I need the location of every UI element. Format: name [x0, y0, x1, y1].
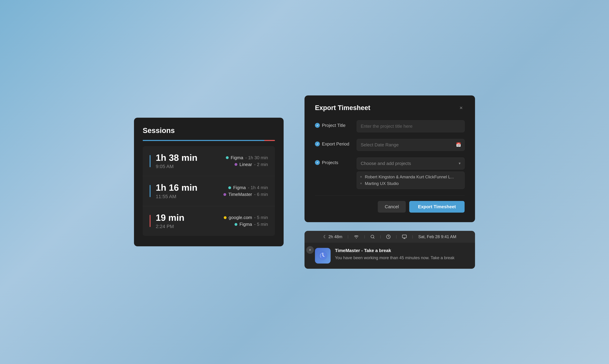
session-main-1: 1h 38 min 9:05 AM	[156, 153, 221, 169]
app-duration-figma-1: - 1h 30 min	[245, 155, 268, 160]
notification-panel: ☾ 2h 48m | | | |	[304, 231, 475, 269]
project-tag-label-1: Robert Kingston & Amanda Kurt ClickFunne…	[365, 175, 454, 179]
export-period-check-icon	[315, 142, 320, 146]
list-item: × Marting UX Studio	[360, 181, 461, 186]
projects-tags-list: × Robert Kingston & Amanda Kurt ClickFun…	[357, 171, 465, 189]
remove-project-2-icon[interactable]: ×	[360, 182, 362, 185]
notification-content: TimeMaster - Take a break You have been …	[335, 248, 470, 261]
time-tracking-status: ☾ 2h 48m	[323, 234, 342, 239]
notification-app-name: TimeMaster - Take a break	[335, 248, 470, 253]
list-item: × Robert Kingston & Amanda Kurt ClickFun…	[360, 175, 461, 179]
app-name-timemaster-2: TimeMaster	[228, 192, 252, 197]
remove-project-1-icon[interactable]: ×	[360, 175, 362, 179]
session-duration-3: 19 min	[156, 213, 218, 223]
status-sep-1: |	[348, 235, 349, 239]
wifi-status	[354, 235, 359, 239]
modal-title: Export Timesheet	[315, 104, 370, 112]
progress-bar-blue	[143, 140, 264, 141]
date-input-wrapper: 📅	[357, 139, 465, 151]
export-period-row: Export Period 📅	[315, 139, 465, 151]
clock-status	[386, 234, 391, 239]
modal-close-button[interactable]: ×	[458, 104, 465, 111]
modal-footer: Cancel Export Timesheet	[315, 201, 465, 213]
app-dot-timemaster-2	[223, 193, 226, 196]
app-name-figma-1: Figma	[231, 155, 243, 160]
modal-header: Export Timesheet ×	[315, 104, 465, 112]
status-sep-5: |	[412, 235, 413, 239]
clock-icon	[386, 234, 391, 239]
status-sep-2: |	[364, 235, 365, 239]
timemaster-logo-icon	[318, 251, 328, 260]
project-title-input[interactable]	[357, 120, 465, 132]
app-dot-figma-3	[235, 223, 237, 226]
list-item: Linear - 2 min	[235, 162, 268, 167]
app-dot-figma-1	[226, 156, 229, 159]
session-duration-1: 1h 38 min	[156, 153, 221, 163]
export-timesheet-button[interactable]: Export Timesheet	[409, 201, 465, 213]
session-time-2: 11:55 AM	[156, 194, 218, 199]
moon-icon: ☾	[323, 234, 327, 239]
notification-close-button[interactable]: ×	[306, 246, 314, 254]
app-duration-google-3: - 5 min	[254, 215, 268, 220]
date-range-input[interactable]	[357, 139, 465, 151]
app-dot-linear-1	[235, 163, 237, 166]
app-name-figma-3: Figma	[239, 222, 252, 227]
table-row: 19 min 2:24 PM google.com - 5 min Figma …	[143, 206, 275, 236]
app-duration-figma-2: - 1h 4 min	[248, 185, 268, 190]
project-title-check-icon	[315, 123, 320, 128]
projects-control-container: Choose and add projects ▾ × Robert Kings…	[357, 157, 465, 189]
session-list: 1h 38 min 9:05 AM Figma - 1h 30 min Line…	[143, 146, 275, 236]
app-dot-figma-2	[228, 186, 231, 189]
wifi-icon	[354, 235, 359, 239]
session-apps-1: Figma - 1h 30 min Linear - 2 min	[226, 155, 268, 167]
status-sep-4: |	[396, 235, 397, 239]
list-item: Figma - 1h 30 min	[226, 155, 268, 160]
export-modal: Export Timesheet × Project Title Export …	[304, 95, 475, 222]
project-title-label: Project Title	[315, 120, 352, 128]
session-time-3: 2:24 PM	[156, 224, 218, 229]
project-tag-label-2: Marting UX Studio	[365, 181, 399, 186]
status-sep-3: |	[380, 235, 381, 239]
app-duration-linear-1: - 2 min	[254, 162, 268, 167]
list-item: Figma - 1h 4 min	[228, 185, 268, 190]
sessions-title: Sessions	[143, 126, 275, 135]
projects-control: Choose and add projects ▾ × Robert Kings…	[357, 157, 465, 189]
search-icon	[370, 234, 375, 239]
session-bar-1	[150, 155, 150, 167]
app-name-figma-2: Figma	[233, 185, 246, 190]
projects-label: Projects	[315, 157, 352, 165]
right-panel: Export Timesheet × Project Title Export …	[304, 95, 475, 269]
datetime-status: Sat, Feb 28 9:41 AM	[418, 234, 456, 239]
session-duration-2: 1h 16 min	[156, 183, 218, 193]
cancel-button[interactable]: Cancel	[378, 201, 406, 213]
projects-row: Projects Choose and add projects ▾ × Rob…	[315, 157, 465, 189]
app-name-google-3: google.com	[229, 215, 252, 220]
progress-bar	[143, 140, 275, 141]
display-icon	[402, 234, 407, 239]
table-row: 1h 38 min 9:05 AM Figma - 1h 30 min Line…	[143, 146, 275, 176]
project-title-row: Project Title	[315, 120, 465, 132]
export-period-label: Export Period	[315, 139, 352, 147]
progress-bar-red	[264, 140, 275, 141]
timemaster-app-icon	[315, 248, 331, 263]
app-name-linear-1: Linear	[239, 162, 252, 167]
projects-placeholder: Choose and add projects	[361, 161, 411, 166]
modal-divider	[315, 195, 465, 196]
projects-select-dropdown[interactable]: Choose and add projects ▾	[357, 157, 465, 169]
session-main-2: 1h 16 min 11:55 AM	[156, 183, 218, 199]
project-title-control	[357, 120, 465, 132]
notification-message: You have been working more than 45 minut…	[335, 255, 470, 261]
search-status	[370, 234, 375, 239]
session-bar-2	[150, 185, 150, 197]
list-item: Figma - 5 min	[235, 222, 268, 227]
list-item: google.com - 5 min	[224, 215, 268, 220]
table-row: 1h 16 min 11:55 AM Figma - 1h 4 min Time…	[143, 176, 275, 206]
chevron-down-icon: ▾	[459, 161, 460, 166]
notification-body: × TimeMaster - Take a break You have bee…	[304, 243, 475, 269]
display-status	[402, 234, 407, 239]
export-period-control: 📅	[357, 139, 465, 151]
status-bar: ☾ 2h 48m | | | |	[304, 231, 475, 243]
app-dot-google-3	[224, 216, 227, 219]
sessions-panel: Sessions 1h 38 min 9:05 AM Figma - 1h 30…	[134, 118, 284, 246]
session-bar-3	[150, 215, 150, 227]
